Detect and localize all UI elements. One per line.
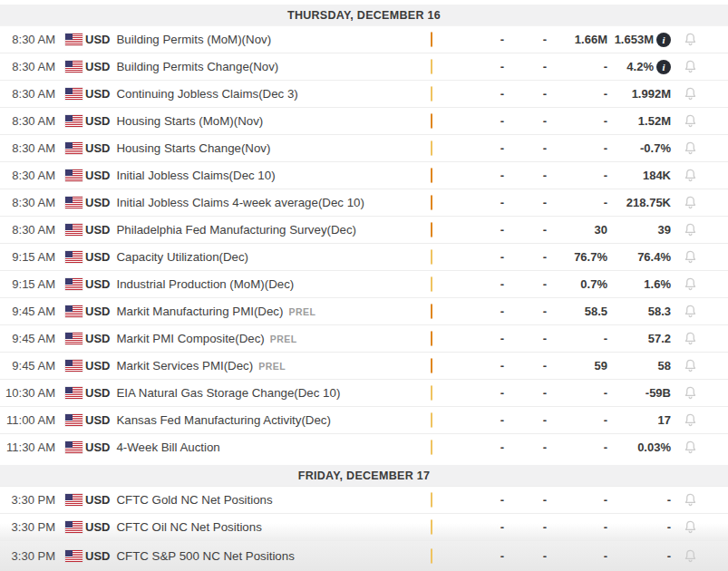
- alert-bell-icon[interactable]: [683, 222, 698, 237]
- previous-value: 39: [658, 223, 671, 237]
- event-name[interactable]: Markit Manufacturing PMI(Dec): [116, 305, 283, 318]
- event-name[interactable]: 4-Week Bill Auction: [116, 440, 219, 454]
- event-row[interactable]: 8:30 AM USD Housing Starts Change(Nov) -…: [0, 134, 728, 161]
- impact-bar: [431, 195, 432, 210]
- consensus-value: -: [547, 332, 607, 345]
- alert-bell-icon[interactable]: [683, 440, 698, 455]
- previous-value: -59B: [645, 386, 671, 400]
- alert-bell-icon[interactable]: [683, 113, 698, 129]
- actual-value: -: [467, 440, 504, 454]
- event-name[interactable]: Capacity Utilization(Dec): [116, 250, 248, 264]
- impact-cell: [431, 520, 467, 534]
- event-row[interactable]: 3:30 PM USD CFTC Gold NC Net Positions -…: [0, 486, 728, 513]
- event-row[interactable]: 8:30 AM USD Building Permits (MoM)(Nov) …: [0, 25, 728, 53]
- alert-bell-icon[interactable]: [683, 519, 698, 535]
- deviation-value: -: [504, 413, 547, 427]
- event-row[interactable]: 8:30 AM USD Housing Starts (MoM)(Nov) - …: [0, 107, 728, 134]
- event-row[interactable]: 3:30 PM USD CFTC S&P 500 NC Net Position…: [0, 540, 728, 571]
- deviation-value: -: [504, 549, 547, 563]
- actual-value: -: [467, 169, 504, 182]
- event-time: 9:15 AM: [0, 250, 55, 264]
- actual-value: -: [467, 493, 504, 507]
- event-name[interactable]: Building Permits (MoM)(Nov): [116, 33, 271, 46]
- previous-value: 1.653M: [615, 33, 654, 46]
- event-name[interactable]: Industrial Production (MoM)(Dec): [116, 277, 294, 291]
- day-header: FRIDAY, DECEMBER 17: [0, 465, 728, 486]
- deviation-value: -: [504, 33, 547, 46]
- event-row[interactable]: 3:30 PM USD CFTC Oil NC Net Positions - …: [0, 513, 728, 540]
- deviation-value: -: [504, 359, 547, 373]
- event-name[interactable]: CFTC Oil NC Net Positions: [116, 520, 261, 534]
- currency-label: USD: [85, 114, 110, 128]
- currency-label: USD: [85, 440, 110, 454]
- currency-label: USD: [85, 413, 110, 427]
- event-row[interactable]: 8:30 AM USD Building Permits Change(Nov)…: [0, 53, 728, 80]
- event-name[interactable]: Kansas Fed Manufacturing Activity(Dec): [116, 413, 331, 427]
- event-time: 8:30 AM: [0, 169, 55, 182]
- event-row[interactable]: 8:30 AM USD Philadelphia Fed Manufacturi…: [0, 216, 728, 243]
- alert-bell-icon[interactable]: [683, 249, 698, 265]
- alert-bell-icon[interactable]: [683, 32, 698, 47]
- event-name[interactable]: Continuing Jobless Claims(Dec 3): [116, 87, 297, 101]
- event-row[interactable]: 11:00 AM USD Kansas Fed Manufacturing Ac…: [0, 406, 728, 433]
- event-name[interactable]: EIA Natural Gas Storage Change(Dec 10): [116, 386, 340, 400]
- previous-value: -: [667, 520, 671, 534]
- event-row[interactable]: 9:15 AM USD Capacity Utilization(Dec) - …: [0, 243, 728, 270]
- event-name[interactable]: Philadelphia Fed Manufacturing Survey(De…: [116, 223, 356, 237]
- event-row[interactable]: 8:30 AM USD Initial Jobless Claims(Dec 1…: [0, 161, 728, 189]
- event-row[interactable]: 9:45 AM USD Markit Services PMI(Dec) PRE…: [0, 352, 728, 379]
- economic-calendar: THURSDAY, DECEMBER 16 8:30 AM USD Buildi…: [0, 5, 728, 571]
- us-flag-icon: [65, 360, 83, 372]
- alert-bell-icon[interactable]: [683, 385, 698, 401]
- event-name[interactable]: CFTC Gold NC Net Positions: [116, 493, 272, 507]
- previous-value: 58: [658, 359, 671, 373]
- impact-bar: [431, 492, 432, 508]
- event-name[interactable]: Housing Starts (MoM)(Nov): [116, 114, 263, 128]
- alert-bell-icon[interactable]: [683, 412, 698, 428]
- alert-bell-icon[interactable]: [683, 86, 698, 102]
- alert-bell-icon[interactable]: [683, 492, 698, 508]
- consensus-value: 58.5: [547, 305, 607, 318]
- alert-bell-icon[interactable]: [683, 140, 698, 156]
- currency-label: USD: [85, 60, 110, 73]
- event-row[interactable]: 11:30 AM USD 4-Week Bill Auction - - - 0…: [0, 433, 728, 460]
- alert-bell-icon[interactable]: [683, 358, 698, 373]
- day-section: FRIDAY, DECEMBER 17 3:30 PM USD CFTC Gol…: [0, 465, 728, 571]
- event-row[interactable]: 9:45 AM USD Markit PMI Composite(Dec) PR…: [0, 324, 728, 352]
- deviation-value: -: [504, 223, 547, 237]
- event-time: 8:30 AM: [0, 223, 55, 237]
- event-name[interactable]: CFTC S&P 500 NC Net Positions: [116, 549, 294, 563]
- currency-label: USD: [85, 305, 110, 318]
- event-name[interactable]: Initial Jobless Claims 4-week average(De…: [116, 196, 364, 209]
- currency-label: USD: [85, 141, 110, 155]
- deviation-value: -: [504, 87, 547, 101]
- alert-bell-icon[interactable]: [683, 195, 698, 210]
- event-name[interactable]: Markit PMI Composite(Dec): [116, 332, 264, 345]
- event-name[interactable]: Housing Starts Change(Nov): [116, 141, 270, 155]
- alert-bell-icon[interactable]: [683, 331, 698, 346]
- event-row[interactable]: 9:15 AM USD Industrial Production (MoM)(…: [0, 270, 728, 297]
- prel-badge: PREL: [288, 306, 315, 317]
- impact-bar: [431, 548, 432, 564]
- alert-bell-icon[interactable]: [683, 548, 698, 564]
- us-flag-icon: [65, 224, 83, 236]
- event-name[interactable]: Building Permits Change(Nov): [116, 60, 278, 73]
- info-icon[interactable]: i: [656, 33, 671, 47]
- alert-bell-icon[interactable]: [683, 168, 698, 183]
- event-name[interactable]: Initial Jobless Claims(Dec 10): [116, 169, 275, 182]
- alert-bell-icon[interactable]: [683, 59, 698, 74]
- deviation-value: -: [504, 141, 547, 155]
- deviation-value: -: [504, 169, 547, 182]
- event-name[interactable]: Markit Services PMI(Dec): [116, 359, 253, 373]
- us-flag-icon: [65, 115, 83, 127]
- day-header: THURSDAY, DECEMBER 16: [0, 5, 728, 25]
- info-icon[interactable]: i: [656, 60, 671, 74]
- alert-bell-icon[interactable]: [683, 276, 698, 292]
- impact-bar: [431, 113, 432, 129]
- event-row[interactable]: 8:30 AM USD Initial Jobless Claims 4-wee…: [0, 189, 728, 216]
- event-row[interactable]: 8:30 AM USD Continuing Jobless Claims(De…: [0, 80, 728, 107]
- event-row[interactable]: 9:45 AM USD Markit Manufacturing PMI(Dec…: [0, 297, 728, 324]
- alert-bell-icon[interactable]: [683, 304, 698, 319]
- event-row[interactable]: 10:30 AM USD EIA Natural Gas Storage Cha…: [0, 379, 728, 406]
- consensus-value: 30: [547, 223, 607, 237]
